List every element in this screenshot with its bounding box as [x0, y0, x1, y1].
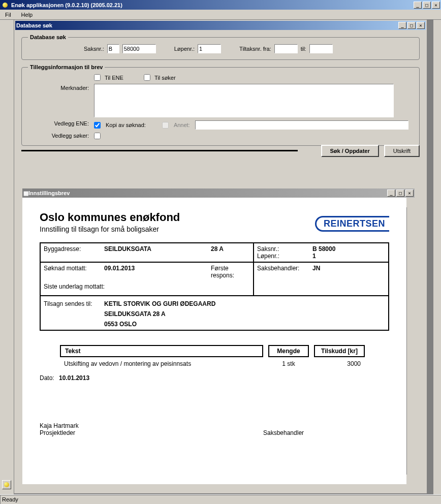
line-tekst: Utskifting av vedovn / montering av peis… — [60, 360, 263, 367]
preview-maximize-button[interactable]: □ — [396, 190, 404, 197]
vedlegg-soker-checkbox[interactable] — [94, 133, 101, 139]
dato-label: Dato: — [40, 374, 54, 382]
app-title: Enøk applikasjonen (9.0.2.10) (2005.02.2… — [11, 2, 413, 8]
rpt-lopenr-label: Løpenr.: — [257, 253, 279, 260]
minimize-button[interactable]: _ — [414, 2, 422, 9]
annet-input[interactable] — [195, 120, 408, 130]
merknader-textarea[interactable] — [94, 84, 394, 117]
til-label: til: — [301, 46, 306, 52]
byggadresse-val: SEILDUKSGATA — [104, 245, 151, 253]
rpt-saksbehandler-val: JN — [312, 265, 320, 272]
window-controls: _ □ ✕ — [413, 2, 440, 9]
saksnr-num-input[interactable] — [122, 44, 156, 53]
soknad-mottatt-val: 09.01.2013 — [104, 265, 135, 272]
left-rail — [0, 20, 14, 494]
rpt-saksnr-label: Saksnr.: — [257, 245, 279, 253]
rail-button-icon[interactable] — [2, 480, 11, 489]
sign-right-role: Saksbehandler — [263, 429, 304, 436]
preview-scrollbar[interactable] — [406, 207, 415, 475]
maximize-button[interactable]: □ — [423, 2, 431, 9]
til-input[interactable] — [309, 44, 333, 53]
preview-window-title: Innstillingsbrev — [28, 190, 386, 196]
line-mengde: 1 stk — [268, 360, 309, 367]
db-maximize-button[interactable]: □ — [407, 22, 416, 29]
client-scrollbar[interactable] — [433, 20, 441, 494]
sok-oppdater-button[interactable]: Søk / Oppdater — [321, 145, 379, 157]
rpt-saksnr-val: B 58000 — [312, 245, 335, 253]
dato-val: 10.01.2013 — [59, 374, 89, 382]
rpt-lopenr-val: 1 — [312, 253, 316, 260]
sign-left-name: Kaja Hartmark — [40, 422, 263, 429]
merknader-label: Merknader: — [28, 84, 89, 91]
db-minimize-button[interactable]: _ — [398, 22, 406, 29]
saksnr-prefix-input[interactable] — [107, 44, 119, 53]
utskrift-button[interactable]: Utskrift — [384, 145, 420, 157]
col-tekst: Tekst — [60, 345, 263, 357]
til-soker-label: Til søker — [154, 75, 176, 81]
menu-help[interactable]: Help — [18, 11, 36, 19]
db-search-window: Database søk _ □ ✕ Database søk Saksnr.:… — [14, 20, 427, 493]
report-info-table: Byggadresse: SEILDUKSGATA 28 A Saksnr.: … — [40, 242, 389, 331]
saksnr-label: Saksnr.: — [84, 46, 104, 52]
siste-underlag-label: Siste underlag mottatt: — [44, 283, 105, 290]
tiltaknr-fra-input[interactable] — [274, 44, 298, 53]
til-ene-checkbox[interactable] — [94, 74, 101, 81]
extra-fieldset: Tilleggsinformasjon til brev Til ENE Til… — [21, 64, 420, 146]
byggadresse-num: 28 A — [211, 245, 224, 253]
app-titlebar: Enøk applikasjonen (9.0.2.10) (2005.02.2… — [0, 0, 441, 10]
line-items: Tekst Mengde Tilskudd [kr] Utskifting av… — [40, 345, 389, 367]
search-legend: Database søk — [28, 34, 68, 40]
db-close-button[interactable]: ✕ — [417, 22, 425, 29]
byggadresse-label: Byggadresse: — [44, 245, 81, 253]
menubar: Fil Help — [0, 10, 441, 20]
annet-checkbox[interactable] — [162, 122, 169, 129]
extra-legend: Tilleggsinformasjon til brev — [28, 64, 105, 70]
search-fieldset: Database søk Saksnr.: Løpenr.: Tiltaksnr… — [21, 34, 420, 60]
tilsagn-addr: SEILDUKSGATA 28 A — [104, 310, 385, 318]
kopi-checkbox[interactable] — [94, 122, 101, 129]
preview-titlebar: ▦ Innstillingsbrev _ □ ✕ — [22, 188, 415, 198]
brand-logo: REINERTSEN — [315, 216, 389, 232]
preview-minimize-button[interactable]: _ — [387, 190, 395, 197]
close-button[interactable]: ✕ — [432, 2, 440, 9]
preview-window: ▦ Innstillingsbrev _ □ ✕ Oslo kommunes e… — [21, 187, 416, 485]
db-window-title: Database søk — [16, 22, 397, 28]
tiltaknr-fra-label: Tiltaksnr. fra: — [239, 46, 271, 52]
til-ene-label: Til ENE — [105, 75, 123, 81]
lopenr-input[interactable] — [198, 44, 221, 53]
report-page: Oslo kommunes enøkfond Innstilling til t… — [22, 198, 406, 484]
preview-close-button[interactable]: ✕ — [405, 190, 414, 197]
tilsagn-city: 0553 OSLO — [104, 321, 385, 328]
sign-left-role: Prosjektleder — [40, 429, 263, 436]
vedlegg-ene-label: Vedlegg ENE: — [28, 120, 89, 127]
annet-label: Annet: — [174, 122, 190, 128]
line-tilskudd: 3000 — [314, 360, 365, 367]
db-window-titlebar: Database søk _ □ ✕ — [15, 21, 426, 30]
col-tilskudd: Tilskudd [kr] — [314, 345, 365, 357]
vedlegg-soker-label: Vedlegg søker: — [28, 133, 89, 139]
menu-file[interactable]: Fil — [2, 11, 14, 19]
soknad-mottatt-label: Søknad mottatt: — [44, 265, 87, 272]
til-soker-checkbox[interactable] — [144, 74, 150, 81]
forste-respons-label: Første respons: — [211, 265, 234, 279]
preview-window-icon: ▦ — [23, 190, 28, 197]
tilsagn-label: Tilsagn sendes til: — [44, 300, 92, 307]
tilsagn-name: KETIL STORVIK OG GURI ØDEGAARD — [104, 300, 385, 307]
kopi-label: Kopi av søknad: — [106, 122, 146, 128]
status-text: Ready — [2, 496, 18, 502]
col-mengde: Mengde — [268, 345, 309, 357]
mdi-client: Database søk _ □ ✕ Database søk Saksnr.:… — [0, 20, 441, 494]
statusbar: Ready — [0, 494, 441, 504]
app-icon — [1, 1, 9, 9]
lopenr-label: Løpenr.: — [174, 46, 195, 52]
rpt-saksbehandler-label: Saksbehandler: — [257, 265, 299, 272]
